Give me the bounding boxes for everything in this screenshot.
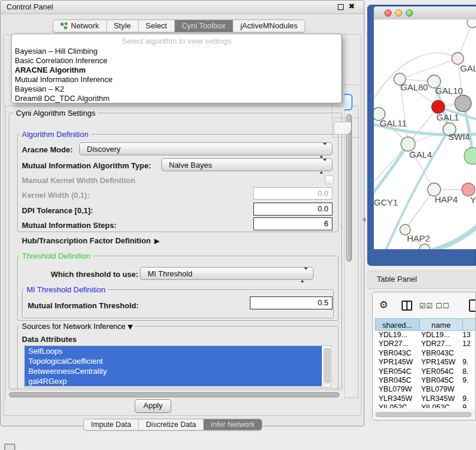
which-threshold-label: Which threshold to use: <box>51 270 138 279</box>
table-row[interactable]: YBL079WYBL079W <box>375 385 476 394</box>
mi-threshold-input[interactable]: 0.5 <box>250 296 332 309</box>
dpi-tolerance-input[interactable]: 0.0 <box>253 203 332 216</box>
list-scrollbar[interactable] <box>323 347 330 386</box>
network-canvas[interactable]: GALGAL80GAL10GAL1GAL11SWI4GAL4GCY1HAP4YH… <box>374 19 476 249</box>
table-row[interactable]: YIL052CYIL052C9. <box>375 403 476 408</box>
apply-button[interactable]: Apply <box>135 399 171 413</box>
table-row[interactable]: YPR145WYPR145W9. <box>375 358 476 367</box>
occluded-algorithm-combobox-fragment <box>344 94 353 110</box>
cyni-settings-title: Cyni Algorithm Settings <box>14 109 97 118</box>
tab-discretize-data[interactable]: Discretize Data <box>138 419 203 430</box>
gear-icon[interactable]: ⚙ <box>379 299 388 311</box>
control-panel-tabs: Network Style Select Cyni Toolbox jActiv… <box>53 19 305 32</box>
mi-steps-input[interactable]: 6 <box>253 217 332 230</box>
svg-text:GAL1: GAL1 <box>436 112 459 122</box>
aracne-mode-combobox[interactable]: Discovery <box>79 142 332 155</box>
kernel-width-input[interactable]: 0.0 <box>253 187 332 200</box>
network-window-titlebar <box>374 6 476 20</box>
splitter-handle-icon[interactable] <box>363 217 366 222</box>
float-window-icon[interactable] <box>338 4 344 10</box>
threshold-definition-title: Threshold Definition <box>19 252 93 260</box>
tab-jactivemnodules[interactable]: jActiveMNodules <box>233 20 305 32</box>
table-row[interactable]: YBR043CYBR043C <box>375 349 476 358</box>
svg-text:GAL10: GAL10 <box>435 86 463 96</box>
column-header-shared-name[interactable]: shared... <box>375 318 420 331</box>
close-icon[interactable]: ✖ <box>348 2 355 11</box>
svg-text:HAP2: HAP2 <box>407 233 430 243</box>
aracne-mode-label: Aracne Mode: <box>22 145 73 154</box>
table-row[interactable]: YER054CYER054C8. <box>375 367 476 376</box>
mi-type-label: Mutual Information Algorithm Type: <box>22 161 151 170</box>
select-none-icon[interactable]: ☐☐ <box>436 302 450 310</box>
control-panel-title: Control Panel <box>6 2 53 11</box>
control-panel-window: Control Panel ✖ Network Style Select Cyn… <box>0 0 364 426</box>
table-header-row: shared... name <box>375 318 476 331</box>
close-traffic-light[interactable] <box>384 9 392 17</box>
column-header-clipped[interactable] <box>463 318 476 331</box>
list-item-selected[interactable]: TopologicalCoefficient <box>25 356 322 366</box>
screen: Control Panel ✖ Network Style Select Cyn… <box>0 0 476 450</box>
hub-section-toggle[interactable]: Hub/Transcription Factor Definition▶ <box>22 236 159 245</box>
select-all-icon[interactable]: ☑☑ <box>419 302 433 310</box>
kernel-width-label: Kernel Width (0,1): <box>22 191 90 200</box>
data-attributes-list: SelfLoops TopologicalCoefficient Between… <box>24 345 331 387</box>
mi-type-combobox[interactable]: Naive Bayes <box>161 158 332 171</box>
table-row[interactable]: YLR345WYLR345W9. <box>375 394 476 403</box>
network-view-window: GALGAL80GAL10GAL1GAL11SWI4GAL4GCY1HAP4YH… <box>367 5 476 266</box>
combo-arrows-icon <box>319 145 327 156</box>
combo-arrows-icon <box>301 270 308 281</box>
table-row[interactable]: YDL19...YDL19...13 <box>375 331 476 340</box>
mi-steps-label: Mutual Information Steps: <box>22 221 116 230</box>
column-header-name[interactable]: name <box>420 318 463 331</box>
list-item-selected[interactable]: SelfLoops <box>25 346 322 356</box>
svg-text:SWI4: SWI4 <box>448 132 470 142</box>
occluded-field-fragment <box>334 122 351 135</box>
columns-icon[interactable] <box>402 301 412 311</box>
dropdown-item-aracne[interactable]: ARACNE Algorithm <box>15 66 86 74</box>
collapse-right-icon: ▶ <box>154 237 159 245</box>
algorithm-dropdown-list: Select algorithm to view settings Bayesi… <box>11 34 342 103</box>
table-panel-window: ⚙ ☑☑ ☐☐ shared... name YDL19...YDL19...1… <box>372 292 476 420</box>
sources-toggle[interactable]: Sources for Network Inference ▼ <box>19 322 135 331</box>
manual-kernel-label: Manual Kernel Width Definition <box>22 176 135 185</box>
svg-text:GAL80: GAL80 <box>400 82 428 92</box>
network-icon <box>60 22 68 30</box>
which-threshold-combobox[interactable]: MI Threshold <box>140 267 314 280</box>
tab-style[interactable]: Style <box>106 20 138 32</box>
svg-text:GAL: GAL <box>460 63 476 73</box>
table-horizontal-scrollbar[interactable] <box>374 411 475 418</box>
tab-select[interactable]: Select <box>138 20 174 32</box>
settings-vertical-scrollbar[interactable] <box>344 107 353 397</box>
svg-text:GCY1: GCY1 <box>374 197 398 207</box>
svg-text:GAL4: GAL4 <box>409 149 432 159</box>
cyni-bottom-tabs: Impute Data Discretize Data Infer Networ… <box>83 419 262 431</box>
dropdown-item[interactable]: Bayesian – Hill Climbing <box>15 47 97 56</box>
table-mode-icon[interactable] <box>469 299 476 312</box>
tab-cyni-toolbox[interactable]: Cyni Toolbox <box>174 20 233 32</box>
table-panel-title: Table Panel <box>377 275 417 283</box>
table-panel-titlebar: Table Panel <box>367 270 476 289</box>
dpi-tolerance-label: DPI Tolerance [0,1]: <box>22 206 93 215</box>
dropdown-placeholder: Select algorithm to view settings <box>12 37 341 45</box>
tab-impute-data[interactable]: Impute Data <box>84 419 138 430</box>
settings-horizontal-scrollbar[interactable] <box>6 390 344 399</box>
control-panel-titlebar: Control Panel ✖ <box>1 1 364 14</box>
tab-infer-network[interactable]: Infer Network <box>203 419 262 430</box>
table-row[interactable]: YBR045CYBR045C9. <box>375 376 476 385</box>
table-body: YDL19...YDL19...13 YDR27...YDR27...12 YB… <box>375 331 476 408</box>
manual-kernel-checkbox[interactable] <box>325 175 334 184</box>
dropdown-item[interactable]: Dream8 DC_TDC Algorithm <box>15 94 109 103</box>
data-attributes-label: Data Attributes <box>22 335 77 344</box>
list-item-selected[interactable]: gal4RGexp <box>25 376 322 386</box>
collapsed-panel-icon[interactable] <box>4 444 15 450</box>
table-row[interactable]: YDR27...YDR27...12 <box>375 340 476 348</box>
dropdown-item[interactable]: Mutual Information Inference <box>15 75 112 84</box>
zoom-traffic-light[interactable] <box>406 9 413 17</box>
minimize-traffic-light[interactable] <box>395 9 402 17</box>
dropdown-item[interactable]: Bayesian – K2 <box>15 84 64 93</box>
list-item-selected[interactable]: BetweennessCentrality <box>25 366 322 376</box>
dropdown-item[interactable]: Basic Correlation Inference <box>15 56 107 65</box>
svg-text:Y: Y <box>470 195 476 205</box>
collapse-down-icon: ▼ <box>128 323 132 331</box>
tab-network[interactable]: Network <box>53 20 106 32</box>
